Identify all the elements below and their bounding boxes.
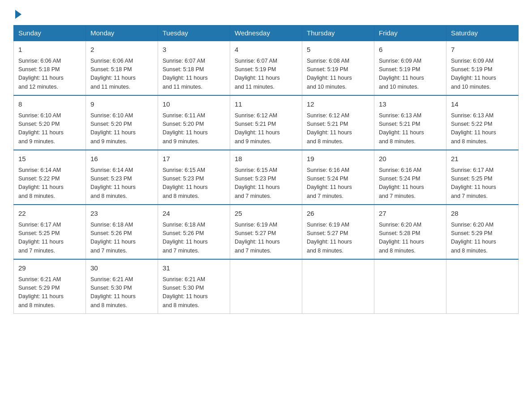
day-number: 3 <box>163 45 225 55</box>
page-header <box>13 9 519 17</box>
calendar-day-cell: 13Sunrise: 6:13 AMSunset: 5:21 PMDayligh… <box>374 95 446 150</box>
calendar-day-cell: 14Sunrise: 6:13 AMSunset: 5:22 PMDayligh… <box>446 95 519 150</box>
day-number: 23 <box>90 209 153 219</box>
calendar-day-cell <box>374 259 446 314</box>
calendar-day-cell: 11Sunrise: 6:12 AMSunset: 5:21 PMDayligh… <box>230 95 302 150</box>
calendar-day-cell <box>230 259 302 314</box>
day-number: 29 <box>18 263 81 274</box>
day-number: 19 <box>307 154 369 164</box>
day-number: 2 <box>90 45 153 55</box>
day-info: Sunrise: 6:14 AMSunset: 5:22 PMDaylight:… <box>18 166 81 201</box>
day-number: 11 <box>235 99 297 110</box>
calendar-day-header: Saturday <box>446 26 519 41</box>
day-number: 25 <box>235 209 297 219</box>
calendar-day-header: Thursday <box>302 26 374 41</box>
calendar-day-cell: 26Sunrise: 6:19 AMSunset: 5:27 PMDayligh… <box>302 205 374 259</box>
calendar-day-cell: 1Sunrise: 6:06 AMSunset: 5:18 PMDaylight… <box>14 41 86 95</box>
day-number: 27 <box>379 209 442 219</box>
logo <box>13 9 21 17</box>
calendar-day-cell: 27Sunrise: 6:20 AMSunset: 5:28 PMDayligh… <box>374 205 446 259</box>
calendar-day-cell: 29Sunrise: 6:21 AMSunset: 5:29 PMDayligh… <box>14 259 86 314</box>
logo-arrow-icon <box>15 10 21 19</box>
calendar-day-cell: 3Sunrise: 6:07 AMSunset: 5:18 PMDaylight… <box>158 41 230 95</box>
day-info: Sunrise: 6:10 AMSunset: 5:20 PMDaylight:… <box>18 111 81 146</box>
calendar-day-header: Monday <box>86 26 158 41</box>
day-info: Sunrise: 6:07 AMSunset: 5:19 PMDaylight:… <box>235 57 297 92</box>
day-number: 16 <box>90 154 153 164</box>
day-number: 22 <box>18 209 81 219</box>
day-number: 7 <box>451 45 514 55</box>
day-info: Sunrise: 6:13 AMSunset: 5:22 PMDaylight:… <box>451 111 514 146</box>
day-number: 6 <box>379 45 442 55</box>
day-number: 8 <box>18 99 81 110</box>
calendar-week-row: 29Sunrise: 6:21 AMSunset: 5:29 PMDayligh… <box>14 259 519 314</box>
calendar-day-cell: 25Sunrise: 6:19 AMSunset: 5:27 PMDayligh… <box>230 205 302 259</box>
day-number: 28 <box>451 209 514 219</box>
day-info: Sunrise: 6:16 AMSunset: 5:24 PMDaylight:… <box>379 166 442 201</box>
day-info: Sunrise: 6:09 AMSunset: 5:19 PMDaylight:… <box>379 57 442 92</box>
day-info: Sunrise: 6:14 AMSunset: 5:23 PMDaylight:… <box>90 166 153 201</box>
day-info: Sunrise: 6:21 AMSunset: 5:29 PMDaylight:… <box>18 275 81 310</box>
calendar-day-cell: 31Sunrise: 6:21 AMSunset: 5:30 PMDayligh… <box>158 259 230 314</box>
day-info: Sunrise: 6:19 AMSunset: 5:27 PMDaylight:… <box>307 221 369 256</box>
calendar-day-cell: 23Sunrise: 6:18 AMSunset: 5:26 PMDayligh… <box>86 205 158 259</box>
calendar-day-cell: 2Sunrise: 6:06 AMSunset: 5:18 PMDaylight… <box>86 41 158 95</box>
day-number: 9 <box>90 99 153 110</box>
day-info: Sunrise: 6:08 AMSunset: 5:19 PMDaylight:… <box>307 57 369 92</box>
calendar-week-row: 15Sunrise: 6:14 AMSunset: 5:22 PMDayligh… <box>14 150 519 205</box>
day-info: Sunrise: 6:21 AMSunset: 5:30 PMDaylight:… <box>163 275 225 310</box>
calendar-table: SundayMondayTuesdayWednesdayThursdayFrid… <box>13 25 519 314</box>
day-info: Sunrise: 6:15 AMSunset: 5:23 PMDaylight:… <box>235 166 297 201</box>
calendar-day-cell: 19Sunrise: 6:16 AMSunset: 5:24 PMDayligh… <box>302 150 374 205</box>
calendar-day-header: Friday <box>374 26 446 41</box>
calendar-week-row: 1Sunrise: 6:06 AMSunset: 5:18 PMDaylight… <box>14 41 519 95</box>
calendar-day-cell: 24Sunrise: 6:18 AMSunset: 5:26 PMDayligh… <box>158 205 230 259</box>
calendar-day-cell: 20Sunrise: 6:16 AMSunset: 5:24 PMDayligh… <box>374 150 446 205</box>
day-info: Sunrise: 6:06 AMSunset: 5:18 PMDaylight:… <box>90 57 153 92</box>
day-info: Sunrise: 6:06 AMSunset: 5:18 PMDaylight:… <box>18 57 81 92</box>
day-info: Sunrise: 6:20 AMSunset: 5:29 PMDaylight:… <box>451 221 514 256</box>
day-number: 30 <box>90 263 153 274</box>
calendar-day-cell: 6Sunrise: 6:09 AMSunset: 5:19 PMDaylight… <box>374 41 446 95</box>
calendar-day-cell: 16Sunrise: 6:14 AMSunset: 5:23 PMDayligh… <box>86 150 158 205</box>
calendar-day-cell <box>302 259 374 314</box>
calendar-week-row: 22Sunrise: 6:17 AMSunset: 5:25 PMDayligh… <box>14 205 519 259</box>
calendar-day-cell: 15Sunrise: 6:14 AMSunset: 5:22 PMDayligh… <box>14 150 86 205</box>
day-number: 20 <box>379 154 442 164</box>
day-info: Sunrise: 6:16 AMSunset: 5:24 PMDaylight:… <box>307 166 369 201</box>
day-number: 31 <box>163 263 225 274</box>
day-info: Sunrise: 6:18 AMSunset: 5:26 PMDaylight:… <box>90 221 153 256</box>
day-number: 21 <box>451 154 514 164</box>
calendar-day-cell: 28Sunrise: 6:20 AMSunset: 5:29 PMDayligh… <box>446 205 519 259</box>
day-info: Sunrise: 6:07 AMSunset: 5:18 PMDaylight:… <box>163 57 225 92</box>
day-info: Sunrise: 6:21 AMSunset: 5:30 PMDaylight:… <box>90 275 153 310</box>
day-number: 13 <box>379 99 442 110</box>
calendar-day-cell: 5Sunrise: 6:08 AMSunset: 5:19 PMDaylight… <box>302 41 374 95</box>
day-number: 1 <box>18 45 81 55</box>
day-number: 5 <box>307 45 369 55</box>
day-info: Sunrise: 6:12 AMSunset: 5:21 PMDaylight:… <box>235 111 297 146</box>
calendar-day-cell: 9Sunrise: 6:10 AMSunset: 5:20 PMDaylight… <box>86 95 158 150</box>
day-info: Sunrise: 6:18 AMSunset: 5:26 PMDaylight:… <box>163 221 225 256</box>
calendar-day-header: Tuesday <box>158 26 230 41</box>
day-number: 24 <box>163 209 225 219</box>
calendar-day-cell: 22Sunrise: 6:17 AMSunset: 5:25 PMDayligh… <box>14 205 86 259</box>
day-info: Sunrise: 6:13 AMSunset: 5:21 PMDaylight:… <box>379 111 442 146</box>
calendar-week-row: 8Sunrise: 6:10 AMSunset: 5:20 PMDaylight… <box>14 95 519 150</box>
calendar-day-header: Wednesday <box>230 26 302 41</box>
day-info: Sunrise: 6:11 AMSunset: 5:20 PMDaylight:… <box>163 111 225 146</box>
calendar-day-cell: 30Sunrise: 6:21 AMSunset: 5:30 PMDayligh… <box>86 259 158 314</box>
calendar-day-cell: 17Sunrise: 6:15 AMSunset: 5:23 PMDayligh… <box>158 150 230 205</box>
calendar-day-cell: 10Sunrise: 6:11 AMSunset: 5:20 PMDayligh… <box>158 95 230 150</box>
day-number: 4 <box>235 45 297 55</box>
day-number: 26 <box>307 209 369 219</box>
calendar-day-cell <box>446 259 519 314</box>
day-info: Sunrise: 6:17 AMSunset: 5:25 PMDaylight:… <box>18 221 81 256</box>
day-number: 17 <box>163 154 225 164</box>
calendar-day-cell: 18Sunrise: 6:15 AMSunset: 5:23 PMDayligh… <box>230 150 302 205</box>
day-info: Sunrise: 6:12 AMSunset: 5:21 PMDaylight:… <box>307 111 369 146</box>
day-number: 15 <box>18 154 81 164</box>
calendar-day-header: Sunday <box>14 26 86 41</box>
calendar-day-cell: 4Sunrise: 6:07 AMSunset: 5:19 PMDaylight… <box>230 41 302 95</box>
day-info: Sunrise: 6:20 AMSunset: 5:28 PMDaylight:… <box>379 221 442 256</box>
